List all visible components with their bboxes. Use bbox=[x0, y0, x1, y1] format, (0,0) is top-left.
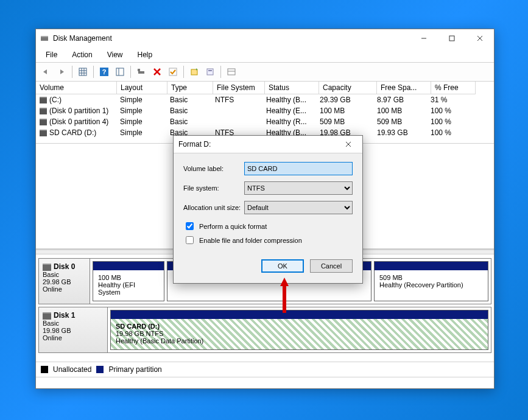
menu-action[interactable]: Action bbox=[66, 49, 98, 61]
table-row[interactable]: (Disk 0 partition 4)SimpleBasicHealthy (… bbox=[36, 116, 494, 127]
svg-rect-13 bbox=[116, 68, 124, 75]
cell-volume: (C:) bbox=[36, 94, 116, 105]
statusbar bbox=[36, 377, 494, 388]
partition[interactable]: 100 MBHealthy (EFI System bbox=[93, 261, 164, 301]
titlebar: Disk Management bbox=[36, 29, 494, 47]
wizard-icon[interactable] bbox=[187, 65, 202, 79]
col-header-type[interactable]: Type bbox=[167, 82, 213, 94]
dialog-title: Format D: bbox=[178, 140, 211, 149]
partition-header bbox=[375, 262, 488, 270]
svg-rect-6 bbox=[79, 68, 86, 75]
minimize-button[interactable] bbox=[410, 29, 438, 47]
compression-label: Enable file and folder compression bbox=[199, 237, 302, 244]
col-header-filesystem[interactable]: File System bbox=[213, 82, 265, 94]
cell-capacity: 100 MB bbox=[316, 105, 373, 116]
list-icon[interactable] bbox=[224, 65, 239, 79]
dialog-close-button[interactable] bbox=[339, 139, 357, 149]
cell-free: 509 MB bbox=[373, 116, 427, 127]
cell-layout: Simple bbox=[116, 105, 166, 116]
disk-info[interactable]: Disk 1Basic19.98 GBOnline bbox=[39, 307, 108, 352]
legend: Unallocated Primary partition bbox=[36, 362, 494, 377]
disk-icon bbox=[40, 108, 47, 114]
grid-icon[interactable] bbox=[76, 65, 90, 79]
svg-rect-3 bbox=[449, 36, 454, 41]
cell-status: Healthy (E... bbox=[262, 105, 316, 116]
properties-icon[interactable] bbox=[203, 65, 217, 79]
col-header-capacity[interactable]: Capacity bbox=[319, 82, 377, 94]
col-header-freespace[interactable]: Free Spa... bbox=[377, 82, 431, 94]
menu-file[interactable]: File bbox=[40, 49, 63, 61]
partition-header bbox=[111, 310, 488, 319]
cell-capacity: 509 MB bbox=[316, 116, 373, 127]
cell-free: 100 MB bbox=[373, 105, 427, 116]
disk-info[interactable]: Disk 0Basic29.98 GBOnline bbox=[39, 259, 90, 304]
partition[interactable]: SD CARD (D:)19.98 GB NTFSHealthy (Basic … bbox=[110, 310, 488, 350]
table-row[interactable]: (C:)SimpleBasicNTFSHealthy (B...29.39 GB… bbox=[36, 94, 494, 105]
cell-pctfree: 100 % bbox=[427, 105, 471, 116]
legend-primary-label: Primary partition bbox=[108, 365, 161, 374]
disk-icon bbox=[40, 119, 47, 125]
col-header-pctfree[interactable]: % Free bbox=[431, 82, 476, 94]
col-header-volume[interactable]: Volume bbox=[36, 82, 117, 94]
menu-help[interactable]: Help bbox=[132, 49, 159, 61]
dialog-titlebar: Format D: bbox=[174, 136, 362, 153]
legend-unallocated-icon bbox=[41, 366, 48, 373]
compression-checkbox[interactable] bbox=[186, 236, 194, 244]
menu-view[interactable]: View bbox=[101, 49, 129, 61]
quick-format-checkbox[interactable] bbox=[186, 222, 194, 230]
svg-rect-24 bbox=[228, 69, 235, 75]
partition-header bbox=[93, 262, 164, 270]
col-header-status[interactable]: Status bbox=[265, 82, 319, 94]
cell-type: Basic bbox=[166, 116, 211, 127]
cell-pctfree: 100 % bbox=[427, 116, 471, 127]
table-row[interactable]: (Disk 0 partition 1)SimpleBasicHealthy (… bbox=[36, 105, 494, 116]
svg-rect-19 bbox=[169, 68, 177, 75]
ok-button[interactable]: OK bbox=[261, 259, 304, 273]
svg-rect-23 bbox=[208, 70, 212, 71]
svg-rect-16 bbox=[138, 69, 140, 71]
allocation-unit-size-label: Allocation unit size: bbox=[183, 204, 244, 211]
menubar: File Action View Help bbox=[36, 47, 494, 62]
allocation-unit-size-select[interactable]: Default bbox=[244, 201, 353, 214]
cell-filesystem bbox=[211, 105, 262, 116]
filesystem-label: File system: bbox=[183, 184, 244, 192]
col-header-layout[interactable]: Layout bbox=[117, 82, 167, 94]
disk-partitions: SD CARD (D:)19.98 GB NTFSHealthy (Basic … bbox=[108, 307, 491, 352]
layout-icon[interactable] bbox=[113, 65, 127, 79]
legend-unallocated-label: Unallocated bbox=[53, 365, 91, 374]
quick-format-label: Perform a quick format bbox=[199, 223, 267, 230]
back-icon[interactable] bbox=[38, 65, 53, 79]
cell-volume: SD CARD (D:) bbox=[36, 127, 116, 138]
volume-label-label: Volume label: bbox=[183, 165, 244, 172]
disk-icon bbox=[43, 264, 51, 271]
disk-icon bbox=[40, 97, 47, 103]
cell-capacity: 29.39 GB bbox=[316, 94, 373, 105]
volume-table-header: Volume Layout Type File System Status Ca… bbox=[36, 82, 494, 94]
cell-layout: Simple bbox=[116, 116, 166, 127]
legend-primary-icon bbox=[96, 366, 104, 373]
partition[interactable]: 509 MBHealthy (Recovery Partition) bbox=[374, 261, 488, 301]
cell-status: Healthy (R... bbox=[262, 116, 316, 127]
cell-filesystem bbox=[211, 116, 262, 127]
cell-volume: (Disk 0 partition 4) bbox=[36, 116, 116, 127]
cell-free: 8.97 GB bbox=[373, 94, 427, 105]
cell-status: Healthy (B... bbox=[262, 94, 316, 105]
close-button[interactable] bbox=[466, 29, 494, 47]
volume-label-input[interactable] bbox=[244, 162, 353, 175]
svg-rect-22 bbox=[207, 69, 213, 75]
forward-icon[interactable] bbox=[54, 65, 69, 79]
settings-icon[interactable] bbox=[134, 65, 149, 79]
help-icon[interactable]: ? bbox=[97, 65, 111, 79]
cancel-button[interactable]: Cancel bbox=[310, 259, 353, 273]
delete-icon[interactable] bbox=[150, 65, 164, 79]
filesystem-select[interactable]: NTFS bbox=[244, 181, 353, 195]
maximize-button[interactable] bbox=[438, 29, 466, 47]
check-icon[interactable] bbox=[166, 65, 180, 79]
svg-rect-1 bbox=[41, 36, 48, 37]
cell-type: Basic bbox=[166, 94, 211, 105]
app-icon bbox=[40, 33, 49, 43]
disk-block: Disk 1Basic19.98 GBOnlineSD CARD (D:)19.… bbox=[38, 307, 491, 353]
cell-pctfree: 100 % bbox=[427, 127, 471, 138]
svg-text:?: ? bbox=[102, 68, 107, 75]
volume-table: Volume Layout Type File System Status Ca… bbox=[36, 82, 494, 144]
